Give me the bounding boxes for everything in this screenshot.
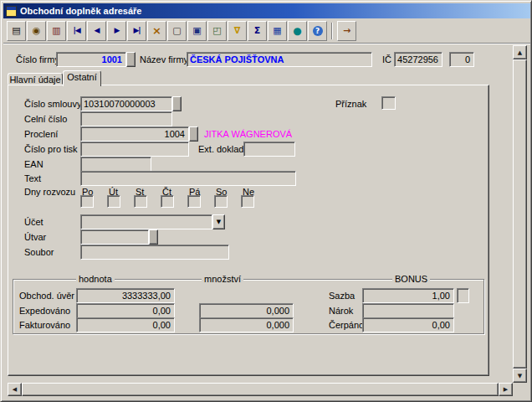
toolbar-button-insert[interactable]: ▢: [167, 21, 187, 41]
filter-icon: ∇: [234, 26, 241, 35]
v-scroll-up-button[interactable]: ▲: [513, 45, 527, 59]
toolbar: ▤ ◉ ▥ |◀ ◀ ▶ ▶| × ▢ ▣ ◰ ∇ Σ ▦ ● ? →: [3, 18, 530, 43]
toolbar-button-exit[interactable]: →: [337, 21, 356, 41]
customs-number-label: Celní číslo: [24, 114, 67, 124]
ic-field[interactable]: 45272956: [394, 52, 442, 67]
toolbar-button-delete[interactable]: ×: [147, 21, 166, 41]
toolbar-button-last-record[interactable]: ▶|: [127, 21, 146, 41]
toolbar-button-paste[interactable]: ◰: [207, 21, 227, 41]
invoiced-value-field[interactable]: 0,00: [76, 317, 175, 332]
print-number-field[interactable]: [80, 142, 189, 157]
shipped-qty-field[interactable]: 0,000: [199, 303, 294, 318]
tab-hlavni-udaje[interactable]: Hlavní údaje: [8, 73, 63, 85]
rate-label: Sazba: [329, 291, 355, 301]
clearance-lookup-button[interactable]: [189, 126, 198, 142]
scroll-corner: [513, 383, 527, 396]
ean-label: EAN: [24, 159, 43, 169]
contract-number-lookup-button[interactable]: [172, 96, 182, 111]
toolbar-button-sum[interactable]: Σ: [248, 21, 267, 41]
account-label: Účet: [24, 217, 43, 227]
toolbar-button-first-record[interactable]: |◀: [67, 21, 86, 41]
refresh-icon: ●: [293, 26, 301, 36]
customs-number-field[interactable]: [80, 111, 172, 126]
shipped-value: 0,00: [77, 304, 174, 317]
h-scroll-left-button[interactable]: ◀: [8, 383, 22, 396]
delivery-day-checkbox-ne[interactable]: [241, 195, 254, 208]
toolbar-button-filter[interactable]: ∇: [228, 21, 247, 41]
toolbar-button-refresh[interactable]: ●: [288, 21, 307, 41]
toolbar-button-next-record[interactable]: ▶: [107, 21, 126, 41]
claim-value: [363, 304, 453, 305]
paste-icon: ◰: [212, 26, 221, 35]
delivery-day-checkbox-po[interactable]: [80, 195, 94, 208]
v-scroll-thumb[interactable]: [513, 59, 527, 368]
shipped-value-field[interactable]: 0,00: [76, 303, 175, 318]
credit-label: Obchod. úvěr: [19, 291, 74, 301]
credit-field[interactable]: 3333333,00: [76, 288, 175, 303]
bonus-legend: BONUS: [392, 274, 430, 284]
tab-ostatni[interactable]: Ostatní: [63, 70, 101, 86]
drawn-label: Čerpáno: [329, 320, 364, 330]
toolbar-button-help[interactable]: ?: [308, 21, 327, 41]
company-name-label: Název firmy: [140, 54, 188, 64]
drawn-value: 0,00: [363, 318, 453, 332]
ean-value: [81, 157, 151, 158]
toolbar-button-view[interactable]: ◉: [27, 21, 46, 41]
rate-unit-box[interactable]: [457, 288, 469, 303]
department-field[interactable]: [80, 229, 149, 245]
v-scroll-down-button[interactable]: ▼: [513, 368, 527, 383]
toolbar-divider: [3, 43, 530, 44]
company-name-field[interactable]: ČESKÁ POJIŠŤOVNA: [187, 52, 372, 67]
next-record-icon: ▶: [115, 27, 120, 34]
delivery-day-checkbox-pa[interactable]: [187, 195, 201, 208]
toolbar-button-calculator[interactable]: ▦: [268, 21, 287, 41]
company-number-lookup-button[interactable]: [126, 52, 136, 67]
h-scroll-right-button[interactable]: ▶: [499, 383, 513, 396]
invoiced-label: Fakturováno: [19, 320, 70, 330]
rate-field[interactable]: 1,00: [362, 288, 454, 303]
account-field[interactable]: [80, 214, 212, 229]
delivery-day-checkbox-st[interactable]: [134, 195, 147, 208]
delivery-day-checkbox-ut[interactable]: [107, 195, 120, 208]
arrow-right-icon: ▶: [504, 386, 508, 393]
claim-label: Nárok: [329, 306, 353, 316]
delivery-day-checkbox-so[interactable]: [214, 195, 228, 208]
department-lookup-button[interactable]: [149, 229, 158, 245]
file-field[interactable]: [80, 245, 229, 260]
ext-doc-value: [244, 142, 294, 143]
toolbar-button-copy[interactable]: ▣: [187, 21, 207, 41]
arrow-down-icon: ▼: [518, 373, 522, 379]
credit-value: 3333333,00: [77, 289, 174, 302]
drawn-field[interactable]: 0,00: [362, 317, 454, 332]
company-name-value: ČESKÁ POJIŠŤOVNA: [187, 53, 371, 66]
h-scroll-thumb[interactable]: [22, 383, 499, 396]
text-field[interactable]: [80, 171, 296, 186]
delivery-day-checkbox-ct[interactable]: [161, 195, 174, 208]
account-dropdown-button[interactable]: ▼: [212, 214, 225, 229]
ext-doc-field[interactable]: [243, 142, 295, 157]
contract-number-field[interactable]: 10310070000003: [80, 96, 172, 111]
contract-number-value: 10310070000003: [81, 97, 171, 111]
claim-field[interactable]: [362, 303, 454, 318]
text-label: Text: [24, 173, 41, 183]
toolbar-button-previous-record[interactable]: ◀: [87, 21, 106, 41]
rate-value: 1,00: [363, 289, 453, 302]
clearance-value: 1004: [81, 127, 188, 141]
shipped-label: Expedováno: [19, 306, 70, 316]
invoiced-qty-field[interactable]: 0,000: [199, 317, 294, 332]
column-header-hodnota: hodnota: [76, 274, 115, 284]
tab-hlavni-udaje-label: Hlavní údaje: [9, 75, 60, 85]
toolbar-button-edit-card[interactable]: ▥: [47, 21, 66, 41]
flag-checkbox[interactable]: [381, 96, 396, 110]
toolbar-button-list[interactable]: ▤: [7, 21, 26, 41]
exit-icon: →: [343, 26, 350, 35]
clearance-field[interactable]: 1004: [80, 126, 189, 142]
title-bar[interactable]: Obchodní doplněk adresáře: [3, 3, 530, 18]
tab-ostatni-label: Ostatní: [67, 72, 96, 82]
help-icon: ?: [313, 26, 323, 36]
ic-suffix-field[interactable]: 0: [449, 52, 474, 67]
ean-field[interactable]: [80, 157, 151, 172]
calculator-icon: ▦: [273, 26, 281, 35]
company-number-field[interactable]: 1001: [56, 52, 126, 67]
arrow-up-icon: ▲: [518, 49, 522, 56]
